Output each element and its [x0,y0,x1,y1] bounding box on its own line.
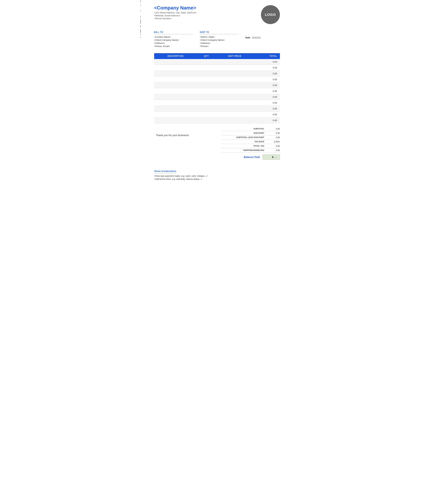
row-description [154,106,197,112]
discount-row: DISCOUNT 0.00 [221,131,280,135]
total-tax-value: 0.00 [268,145,280,147]
row-qty [197,88,216,94]
company-phone: <Phone Number> [154,17,197,20]
table-row: 0.00 [154,88,280,94]
terms-line-2: <Add terms here, e.g: warranty, returns … [154,178,280,180]
company-logo: LOGO [261,5,280,24]
row-total: 0.00 [253,65,280,71]
ship-to-title: SHIP TO [200,31,239,34]
row-unit-price [216,82,253,88]
receipt-side-label: RECEIPT #301 [140,0,142,38]
balance-amount: - [276,156,277,158]
row-total: 0.00 [253,77,280,82]
row-unit-price [216,118,253,123]
row-unit-price [216,100,253,106]
ship-to-address: <Address> [200,42,239,44]
row-total: 0.00 [253,59,280,65]
subtotal-less-discount-label: SUBTOTAL LESS DISCOUNT [221,136,268,139]
summary-table: SUBTOTAL 0.00 DISCOUNT 0.00 SUBTOTAL LES… [221,127,280,161]
items-table: DESCRIPTION QTY UNIT PRICE TOTAL 0.00 0.… [154,53,280,123]
row-unit-price [216,112,253,118]
row-total: 0.00 [253,94,280,100]
row-unit-price [216,71,253,77]
tax-rate-value: 0.00% [268,141,280,143]
bill-to-block: BILL TO <Contact Name> <Client Company N… [154,31,193,48]
col-header-total: TOTAL [253,53,280,59]
row-description [154,82,197,88]
table-row: 0.00 [154,59,280,65]
row-description [154,94,197,100]
summary-section: Thank you for your business! SUBTOTAL 0.… [154,127,280,161]
row-qty [197,94,216,100]
terms-section: Terms & Instructions <How was payment ma… [154,168,280,180]
row-description [154,100,197,106]
row-description [154,112,197,118]
row-unit-price [216,59,253,65]
total-tax-row: TOTAL TAX 0.00 [221,144,280,148]
bill-to-contact: <Contact Name> [154,36,193,38]
row-total: 0.00 [253,112,280,118]
subtotal-less-discount-row: SUBTOTAL LESS DISCOUNT 0.00 [221,135,280,140]
shipping-row: SHIPPING/HANDLING 0.00 [221,148,280,153]
col-header-description: DESCRIPTION [154,53,197,59]
tax-rate-row: TAX RATE 0.00% [221,140,280,144]
bill-to-address: <Address> [154,42,193,44]
row-total: 0.00 [253,88,280,94]
row-qty [197,82,216,88]
row-description [154,88,197,94]
row-total: 0.00 [253,100,280,106]
row-description [154,118,197,123]
discount-label: DISCOUNT [221,132,268,134]
date-value: 11/11/11 [252,36,261,39]
row-qty [197,59,216,65]
thank-you-message: Thank you for your business! [154,127,189,137]
table-row: 0.00 [154,77,280,82]
row-unit-price [216,106,253,112]
row-qty [197,77,216,82]
row-total: 0.00 [253,82,280,88]
row-description [154,71,197,77]
row-qty [197,106,216,112]
row-unit-price [216,65,253,71]
date-label: Date [245,36,250,39]
bill-to-phone-email: <Phone, Email> [154,45,193,47]
col-header-qty: QTY [197,53,216,59]
row-qty [197,65,216,71]
discount-value: 0.00 [268,132,280,134]
company-address: <123 Street Address, City, State, Zip/Po… [154,11,197,14]
row-qty [197,71,216,77]
col-header-unit-price: UNIT PRICE [216,53,253,59]
subtotal-less-discount-value: 0.00 [268,136,280,139]
header: <Company Name> <123 Street Address, City… [154,5,280,24]
row-qty [197,118,216,123]
row-unit-price [216,88,253,94]
subtotal-label: SUBTOTAL [221,128,268,130]
bill-to-company: <Client Company Name> [154,39,193,41]
row-total: 0.00 [253,106,280,112]
row-qty [197,100,216,106]
terms-line-1: <How was payment made, e.g: cash, card, … [154,175,280,177]
table-row: 0.00 [154,106,280,112]
ship-to-company: <Client Company Name> [200,39,239,41]
bill-to-title: BILL TO [154,31,193,34]
total-tax-label: TOTAL TAX [221,145,268,147]
row-total: 0.00 [253,118,280,123]
company-name: <Company Name> [154,5,197,11]
balance-value: $ - [263,154,280,160]
balance-label: Balance Paid [221,156,263,158]
row-description [154,77,197,82]
company-website-email: <Website, Email Address> [154,14,197,17]
table-row: 0.00 [154,112,280,118]
balance-row: Balance Paid $ - [221,153,280,161]
address-section: BILL TO <Contact Name> <Client Company N… [154,31,280,48]
table-row: 0.00 [154,71,280,77]
row-unit-price [216,94,253,100]
subtotal-row: SUBTOTAL 0.00 [221,127,280,131]
ship-to-block: SHIP TO <Name / Dept> <Client Company Na… [200,31,239,48]
row-total: 0.00 [253,71,280,77]
date-block: Date 11/11/11 [245,31,280,39]
company-info: <Company Name> <123 Street Address, City… [154,5,197,20]
balance-currency: $ [272,156,274,158]
table-row: 0.00 [154,65,280,71]
row-description [154,65,197,71]
